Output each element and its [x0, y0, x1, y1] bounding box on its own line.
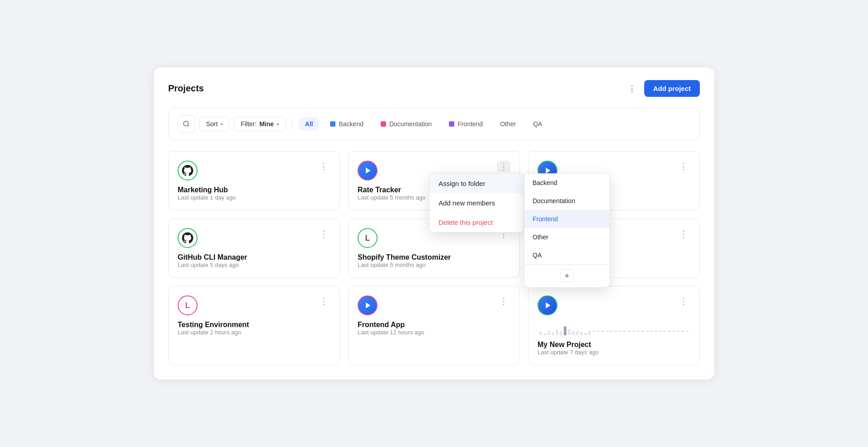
project-card-marketing-hub: ⋮ Marketing Hub Last update 1 day ago [168, 151, 340, 210]
add-folder-section: + [524, 264, 609, 287]
folder-frontend[interactable]: Frontend [524, 210, 609, 228]
card-title: Shopify Theme Customizer Last update 5 m… [358, 253, 510, 268]
project-card-new-project: ⋮ My New Project Last [528, 286, 700, 365]
toolbar-divider [292, 118, 292, 130]
frontend-color-dot [449, 121, 454, 127]
card-header: ⋮ [358, 295, 510, 315]
svg-marker-2 [366, 168, 370, 174]
chart-bar [556, 330, 558, 335]
filter-label: Filter: [241, 120, 257, 128]
context-menu: Assign to folder Add new members Delete … [429, 173, 524, 233]
card-menu-button[interactable]: ⋮ [497, 161, 510, 172]
more-options-button[interactable]: ⋮ [625, 81, 639, 96]
tab-all[interactable]: All [299, 117, 320, 131]
svg-marker-3 [546, 168, 550, 174]
folder-backend[interactable]: Backend [524, 174, 609, 192]
chart-bar [539, 332, 542, 335]
chart-bar [543, 333, 546, 335]
projects-grid: ⋮ Marketing Hub Last update 1 day ago ⋮ … [168, 151, 700, 365]
page-title: Projects [168, 83, 204, 94]
avatar [538, 295, 557, 315]
chart-bar [568, 329, 571, 335]
chart-bar [552, 332, 554, 335]
card-menu-button[interactable]: ⋮ [317, 295, 330, 307]
svg-point-0 [184, 121, 189, 126]
filter-button[interactable]: Filter: Mine ▾ [234, 117, 286, 131]
sort-button[interactable]: Sort ▾ [199, 117, 230, 131]
card-menu-button[interactable]: ⋮ [677, 228, 690, 240]
context-menu-assign-folder[interactable]: Assign to folder [429, 174, 524, 193]
chart-bar [580, 332, 583, 335]
folder-qa[interactable]: QA [524, 246, 609, 264]
filter-value: Mine [259, 120, 274, 128]
avatar [178, 228, 198, 248]
context-menu-add-members[interactable]: Add new members [429, 193, 524, 213]
avatar [358, 295, 377, 315]
tab-backend[interactable]: Backend [324, 117, 369, 131]
avatar: L [358, 228, 377, 248]
card-menu-button[interactable]: ⋮ [317, 228, 330, 240]
context-menu-delete[interactable]: Delete this project [429, 213, 524, 232]
projects-container: Projects ⋮ Add project Sort ▾ Filter: Mi… [154, 67, 714, 380]
mini-chart [538, 321, 690, 335]
chart-bar [588, 331, 591, 335]
project-card-frontend-app: ⋮ Frontend App Last update 12 hours ago [348, 286, 520, 365]
svg-marker-5 [366, 303, 370, 309]
project-card-rate-tracker: ⋮ Rate Tracker Last update 5 months ago … [348, 151, 520, 210]
card-menu-button[interactable]: ⋮ [497, 295, 510, 307]
folder-documentation[interactable]: Documentation [524, 192, 609, 210]
chevron-down-icon: ▾ [221, 122, 223, 127]
tab-documentation[interactable]: Documentation [374, 117, 438, 131]
card-title: My New Project Last update 7 days ago [538, 341, 690, 356]
project-card-github-cli: ⋮ GitHub CLI Manager Last update 5 days … [168, 219, 340, 278]
card-header: L ⋮ [178, 295, 330, 315]
chevron-down-icon: ▾ [277, 122, 279, 127]
card-menu-button[interactable]: ⋮ [677, 295, 690, 307]
card-title: Testing Environment Last update 2 hours … [178, 321, 330, 336]
header-actions: ⋮ Add project [625, 80, 700, 97]
page-header: Projects ⋮ Add project [168, 80, 700, 97]
card-menu-button[interactable]: ⋮ [317, 161, 330, 172]
tab-frontend[interactable]: Frontend [443, 117, 489, 131]
toolbar: Sort ▾ Filter: Mine ▾ All Backend Docume… [168, 108, 700, 140]
chart-bar [576, 330, 579, 335]
search-icon [183, 120, 190, 128]
chart-bar [564, 326, 566, 335]
card-header: ⋮ [538, 295, 690, 315]
folder-submenu: Backend Documentation Frontend Other QA … [524, 173, 610, 288]
avatar [358, 161, 377, 181]
backend-color-dot [330, 121, 335, 127]
tab-qa[interactable]: QA [527, 117, 548, 131]
chart-bar [572, 331, 575, 335]
svg-line-1 [188, 125, 189, 127]
card-header: ⋮ [178, 228, 330, 248]
chart-dashed-line [592, 331, 689, 332]
project-card-testing-env: L ⋮ Testing Environment Last update 2 ho… [168, 286, 340, 365]
add-folder-button[interactable]: + [560, 269, 574, 283]
card-menu-button[interactable]: ⋮ [677, 161, 690, 172]
card-title: Frontend App Last update 12 hours ago [358, 321, 510, 336]
card-title: Marketing Hub Last update 1 day ago [178, 186, 330, 201]
add-project-button[interactable]: Add project [644, 80, 700, 97]
chart-bar [560, 331, 562, 335]
folder-other[interactable]: Other [524, 228, 609, 246]
chart-bar [547, 331, 550, 335]
card-title: GitHub CLI Manager Last update 5 days ag… [178, 253, 330, 268]
svg-marker-6 [546, 303, 550, 309]
search-button[interactable] [178, 115, 195, 133]
card-header: ⋮ [178, 161, 330, 181]
tab-other[interactable]: Other [494, 117, 522, 131]
chart-bar [584, 333, 587, 335]
avatar [178, 161, 198, 181]
avatar: L [178, 295, 198, 315]
documentation-color-dot [381, 121, 386, 127]
